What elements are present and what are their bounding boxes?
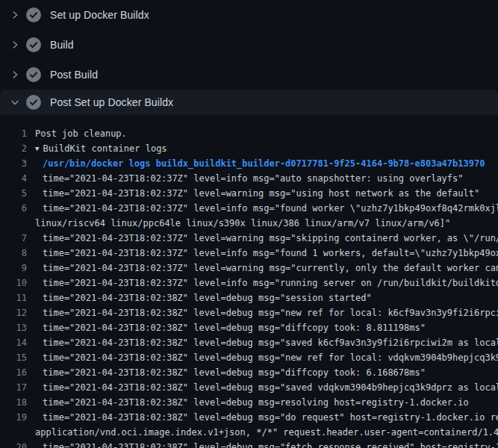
log-text: time="2021-04-23T18:02:38Z" level=debug … xyxy=(35,410,498,425)
log-line-number[interactable]: 16 xyxy=(0,365,35,380)
step-post-set-up-docker-buildx[interactable]: Post Set up Docker Buildx xyxy=(0,90,498,114)
log-line-number[interactable]: 12 xyxy=(0,305,35,320)
log-text: time="2021-04-23T18:02:38Z" level=debug … xyxy=(35,305,498,320)
group-expanded-triangle-icon: ▼ xyxy=(35,141,39,156)
check-circle-icon xyxy=(26,95,41,110)
log-text: time="2021-04-23T18:02:37Z" level=info m… xyxy=(35,246,498,261)
log-text: application/vnd.oci.image.index.v1+json,… xyxy=(35,425,498,440)
step-title: Set up Docker Buildx xyxy=(50,9,149,21)
log-line: 6time="2021-04-23T18:02:37Z" level=info … xyxy=(0,201,498,216)
log-line: 15time="2021-04-23T18:02:38Z" level=debu… xyxy=(0,350,498,365)
log-text: time="2021-04-23T18:02:38Z" level=debug … xyxy=(35,350,498,365)
log-text: time="2021-04-23T18:02:38Z" level=debug … xyxy=(35,290,372,305)
log-text: time="2021-04-23T18:02:38Z" level=debug … xyxy=(35,335,498,350)
log-output: 1Post job cleanup.2▼BuildKit container l… xyxy=(0,114,498,448)
check-circle-icon xyxy=(26,7,41,22)
log-line-number[interactable]: 18 xyxy=(0,395,35,410)
log-line: 1Post job cleanup. xyxy=(0,126,498,141)
log-line: 16time="2021-04-23T18:02:38Z" level=debu… xyxy=(0,365,498,380)
log-text: time="2021-04-23T18:02:37Z" level=warnin… xyxy=(35,261,498,276)
log-text: time="2021-04-23T18:02:38Z" level=debug … xyxy=(35,365,426,380)
step-title: Build xyxy=(50,39,74,51)
log-line-number[interactable]: 15 xyxy=(0,350,35,365)
log-line-number[interactable]: 2 xyxy=(0,141,35,156)
log-command-text: /usr/bin/docker logs buildx_buildkit_bui… xyxy=(35,156,485,171)
steps-list: Set up Docker Buildx Build Post Build Po… xyxy=(0,0,498,114)
chevron-right-icon xyxy=(9,40,21,50)
log-line-number xyxy=(0,216,35,231)
step-set-up-docker-buildx[interactable]: Set up Docker Buildx xyxy=(0,0,498,30)
log-line: 20time="2021-04-23T18:02:38Z" level=debu… xyxy=(0,440,498,448)
log-text: time="2021-04-23T18:02:37Z" level=info m… xyxy=(35,276,498,290)
log-text: time="2021-04-23T18:02:37Z" level=warnin… xyxy=(35,231,498,246)
log-text: time="2021-04-23T18:02:38Z" level=debug … xyxy=(35,320,426,335)
log-line-number[interactable]: 5 xyxy=(0,186,35,201)
log-line: 9time="2021-04-23T18:02:37Z" level=warni… xyxy=(0,261,498,276)
log-text: time="2021-04-23T18:02:37Z" level=warnin… xyxy=(35,186,479,201)
log-text: Post job cleanup. xyxy=(35,126,127,141)
log-line: 10time="2021-04-23T18:02:37Z" level=info… xyxy=(0,276,498,290)
log-text: linux/riscv64 linux/ppc64le linux/s390x … xyxy=(35,216,450,231)
log-line: 5time="2021-04-23T18:02:37Z" level=warni… xyxy=(0,186,498,201)
chevron-right-icon xyxy=(9,10,21,20)
chevron-right-icon xyxy=(9,69,21,80)
log-text: time="2021-04-23T18:02:37Z" level=info m… xyxy=(35,201,498,216)
log-line: 2▼BuildKit container logs xyxy=(0,141,498,156)
log-line: 17time="2021-04-23T18:02:38Z" level=debu… xyxy=(0,380,498,395)
log-text: time="2021-04-23T18:02:38Z" level=debug … xyxy=(35,440,498,448)
log-line-number[interactable]: 6 xyxy=(0,201,35,216)
log-line: 18time="2021-04-23T18:02:38Z" level=debu… xyxy=(0,395,498,410)
log-line-number[interactable]: 1 xyxy=(0,126,35,141)
log-line: 3/usr/bin/docker logs buildx_buildkit_bu… xyxy=(0,156,498,171)
log-line-number[interactable]: 7 xyxy=(0,231,35,246)
step-title: Post Build xyxy=(50,69,98,81)
check-circle-icon xyxy=(26,37,41,52)
log-text: time="2021-04-23T18:02:38Z" level=debug … xyxy=(35,380,498,395)
log-line: 11time="2021-04-23T18:02:38Z" level=debu… xyxy=(0,290,498,305)
log-line-number[interactable]: 14 xyxy=(0,335,35,350)
log-line: 13time="2021-04-23T18:02:38Z" level=debu… xyxy=(0,320,498,335)
log-text: time="2021-04-23T18:02:38Z" level=debug … xyxy=(35,395,469,410)
log-line: 4time="2021-04-23T18:02:37Z" level=info … xyxy=(0,171,498,186)
log-line-number[interactable]: 8 xyxy=(0,246,35,261)
log-line: 7time="2021-04-23T18:02:37Z" level=warni… xyxy=(0,231,498,246)
log-line-number[interactable]: 3 xyxy=(0,156,35,171)
step-build[interactable]: Build xyxy=(0,30,498,60)
log-line-number[interactable]: 19 xyxy=(0,410,35,425)
log-line-number[interactable]: 4 xyxy=(0,171,35,186)
log-line-number[interactable]: 10 xyxy=(0,276,35,290)
log-line-number[interactable]: 9 xyxy=(0,261,35,276)
check-circle-icon xyxy=(26,67,41,82)
log-line-number[interactable]: 17 xyxy=(0,380,35,395)
log-group-toggle[interactable]: ▼BuildKit container logs xyxy=(35,141,167,156)
log-line-number[interactable]: 11 xyxy=(0,290,35,305)
step-title: Post Set up Docker Buildx xyxy=(50,96,173,108)
log-line: 14time="2021-04-23T18:02:38Z" level=debu… xyxy=(0,335,498,350)
chevron-down-icon xyxy=(9,97,21,108)
log-line-number[interactable]: 13 xyxy=(0,320,35,335)
log-line-number xyxy=(0,425,35,440)
log-line: linux/riscv64 linux/ppc64le linux/s390x … xyxy=(0,216,498,231)
log-line: 19time="2021-04-23T18:02:38Z" level=debu… xyxy=(0,410,498,425)
log-line-number[interactable]: 20 xyxy=(0,440,35,448)
step-post-build[interactable]: Post Build xyxy=(0,60,498,90)
log-text: time="2021-04-23T18:02:37Z" level=info m… xyxy=(35,171,464,186)
log-line: 12time="2021-04-23T18:02:38Z" level=debu… xyxy=(0,305,498,320)
log-line: 8time="2021-04-23T18:02:37Z" level=info … xyxy=(0,246,498,261)
log-line: application/vnd.oci.image.index.v1+json,… xyxy=(0,425,498,440)
